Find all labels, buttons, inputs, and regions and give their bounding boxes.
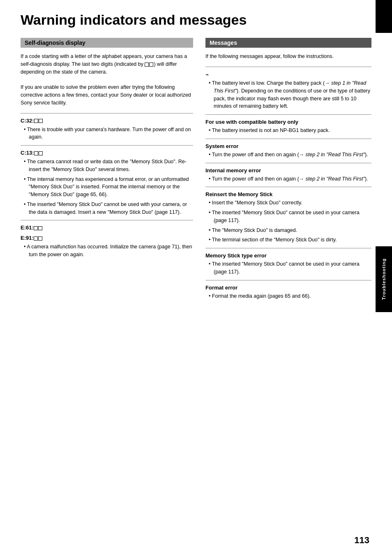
ms-type-error-bullets: The inserted "Memory Stick Duo" cannot b… — [209, 260, 371, 276]
divider-1 — [21, 113, 193, 113]
messages-header: Messages — [205, 38, 371, 48]
code-e91: E:91: — [21, 235, 193, 241]
code-c13: C:13: — [21, 150, 193, 156]
right-column: Messages If the following messages appea… — [205, 38, 371, 303]
battery-icon: ⌁ — [205, 71, 209, 78]
msg-title-ms-type-error: Memory Stick type error — [205, 252, 371, 259]
reinsert-bullet-1: Insert the "Memory Stick Duo" correctly. — [209, 199, 371, 207]
battery-bullets: The battery level is low. Charge the bat… — [209, 79, 371, 110]
msg-title-internal-memory: Internal memory error — [205, 167, 371, 174]
sq-e91-2 — [38, 236, 42, 241]
sq-e61-1 — [34, 226, 38, 230]
c13-bullet-2: The internal memory has experienced a fo… — [24, 176, 193, 199]
black-tab-top — [376, 0, 392, 33]
page-title: Warning indicators and messages — [21, 12, 371, 28]
format-error-bullet-1: Format the media again (pages 65 and 66)… — [209, 292, 371, 300]
reinsert-bullet-3: The "Memory Stick Duo" is damaged. — [209, 227, 371, 234]
divider-msg-3 — [205, 139, 371, 139]
battery-icon-row: ⌁ — [205, 71, 371, 78]
two-columns: Self-diagnosis display If a code startin… — [21, 38, 371, 303]
sq-c13-2 — [39, 151, 43, 155]
battery-bullet-1: The battery level is low. Charge the bat… — [209, 79, 371, 110]
page: Troubleshooting 113 Warning indicators a… — [0, 0, 392, 558]
divider-2 — [21, 145, 193, 146]
code-c32: C:32: — [21, 118, 193, 124]
battery-only-bullet-1: The battery inserted is not an NP-BG1 ba… — [209, 127, 371, 134]
msg-title-reinsert: Reinsert the Memory Stick — [205, 191, 371, 197]
c13-bullet-1: The camera cannot read or write data on … — [24, 158, 193, 174]
sq-e61-2 — [38, 226, 42, 230]
divider-msg-1 — [205, 67, 371, 67]
internal-memory-bullet-1: Turn the power off and then on again (→ … — [209, 175, 371, 183]
divider-msg-5 — [205, 187, 371, 187]
c13-bullet-3: The inserted "Memory Stick Duo" cannot b… — [24, 201, 193, 216]
self-diagnosis-intro: If a code starting with a letter of the … — [21, 53, 193, 107]
e91-bullet-1: A camera malfunction has occurred. Initi… — [24, 243, 193, 259]
self-diagnosis-header: Self-diagnosis display — [21, 38, 193, 48]
troubleshooting-tab: Troubleshooting — [376, 246, 392, 312]
sq-c13-1 — [34, 151, 38, 155]
square2 — [149, 63, 153, 67]
system-error-bullet-1: Turn the power off and then on again (→ … — [209, 151, 371, 159]
msg-title-system-error: System error — [205, 143, 371, 149]
battery-only-bullets: The battery inserted is not an NP-BG1 ba… — [209, 127, 371, 134]
format-error-bullets: Format the media again (pages 65 and 66)… — [209, 292, 371, 300]
sq-e91-1 — [34, 236, 38, 241]
reinsert-bullet-4: The terminal section of the "Memory Stic… — [209, 236, 371, 244]
code-e61: E:61: — [21, 225, 193, 231]
e91-bullets: A camera malfunction has occurred. Initi… — [24, 243, 193, 259]
reinsert-bullet-2: The inserted "Memory Stick Duo" cannot b… — [209, 209, 371, 225]
messages-intro: If the following messages appear, follow… — [205, 53, 371, 60]
troubleshooting-label: Troubleshooting — [381, 258, 386, 300]
divider-3 — [21, 220, 193, 220]
msg-title-battery-only: For use with compatible battery only — [205, 119, 371, 125]
divider-msg-7 — [205, 280, 371, 280]
msg-title-format-error: Format error — [205, 285, 371, 291]
system-error-bullets: Turn the power off and then on again (→ … — [209, 151, 371, 159]
divider-msg-4 — [205, 163, 371, 163]
sq-c32-2 — [39, 119, 43, 123]
divider-msg-2 — [205, 114, 371, 115]
square1 — [145, 63, 149, 67]
internal-memory-bullets: Turn the power off and then on again (→ … — [209, 175, 371, 183]
c32-bullets: There is trouble with your camera's hard… — [24, 126, 193, 141]
ms-type-error-bullet-1: The inserted "Memory Stick Duo" cannot b… — [209, 260, 371, 276]
page-number: 113 — [354, 535, 369, 546]
c13-bullets: The camera cannot read or write data on … — [24, 158, 193, 216]
reinsert-bullets: Insert the "Memory Stick Duo" correctly.… — [209, 199, 371, 244]
left-column: Self-diagnosis display If a code startin… — [21, 38, 193, 303]
divider-msg-6 — [205, 248, 371, 248]
sq-c32-1 — [34, 119, 38, 123]
c32-bullet-1: There is trouble with your camera's hard… — [24, 126, 193, 141]
